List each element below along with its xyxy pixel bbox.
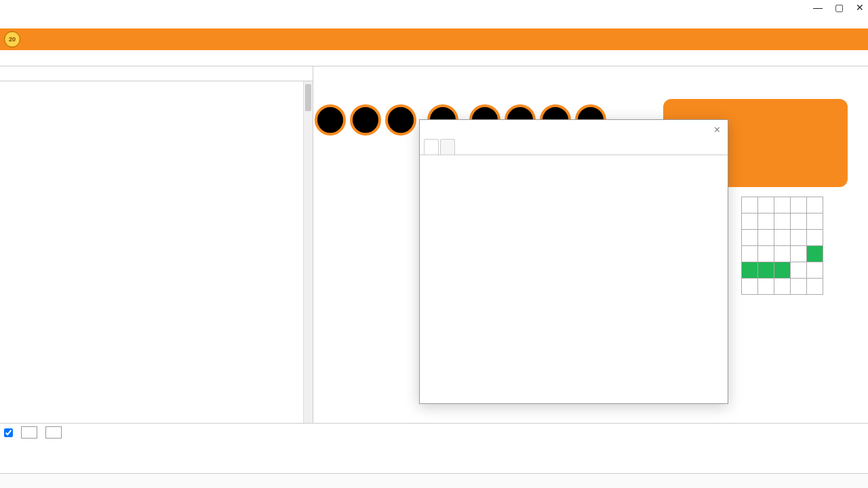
app-header: 20 <box>0 28 868 50</box>
dialog-tab-text[interactable] <box>440 139 455 155</box>
dialog-tab-combinations[interactable] <box>424 139 439 155</box>
mini-grid <box>741 197 823 295</box>
minimize-icon[interactable]: — <box>813 2 823 13</box>
dialog-close-icon[interactable]: ✕ <box>713 125 721 135</box>
notebook-dialog: ✕ <box>419 119 728 404</box>
scrollbar-vertical[interactable] <box>303 81 313 432</box>
limit-input[interactable] <box>21 426 37 439</box>
main-tabs <box>0 50 868 66</box>
limit-checkbox[interactable] <box>4 428 13 437</box>
maximize-icon[interactable]: ▢ <box>835 2 844 13</box>
ball-icon <box>315 104 346 136</box>
logo-icon: 20 <box>4 31 20 47</box>
menubar <box>0 15 868 28</box>
ball-icon <box>385 104 416 136</box>
status-bar <box>0 473 868 488</box>
close-icon[interactable]: ✕ <box>856 2 864 13</box>
shift-input[interactable] <box>45 426 62 439</box>
bottom-bar <box>0 423 868 462</box>
ball-icon <box>350 104 381 136</box>
matrix-panel <box>0 66 313 432</box>
